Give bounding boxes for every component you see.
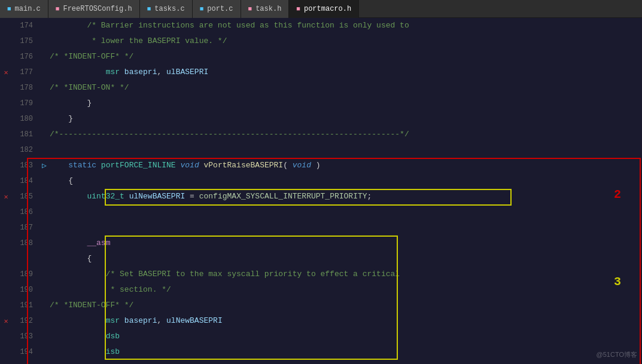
linecontent-189: /* Set BASEPRI to the max syscall priori…: [50, 267, 642, 282]
linenum-181: 181: [12, 130, 39, 139]
linecontent-178: /* *INDENT-ON* */: [50, 80, 642, 96]
linenum-184: 184: [12, 177, 39, 185]
linecontent-188a: __asm: [50, 235, 642, 251]
code-line-178: 178 /* *INDENT-ON* */: [0, 80, 642, 96]
code-line-191: 191 /* *INDENT-OFF* */: [0, 298, 642, 313]
linenum-175: 175: [12, 37, 39, 45]
linenum-185: 185: [12, 192, 39, 201]
code-line-188a: 188 __asm: [0, 235, 642, 251]
linenum-183: 183: [12, 161, 39, 170]
code-line-185: ✕ 185 uint32_t ulNewBASEPRI = configMAX_…: [0, 189, 642, 204]
linenum-187: 187: [12, 224, 39, 232]
linecontent-179: }: [50, 96, 642, 111]
linecontent-192: msr basepri, ulNewBASEPRI: [50, 313, 642, 329]
linecontent-175: * lower the BASEPRI value. */: [50, 33, 642, 49]
tab-icon-c3: ■: [200, 5, 204, 13]
linenum-180: 180: [12, 115, 39, 123]
tab-icon-h2: ■: [248, 5, 252, 13]
linecontent-177: msr basepri, ulBASEPRI: [50, 65, 642, 80]
linecontent-188b: {: [50, 251, 642, 267]
tab-icon-h: ■: [56, 5, 60, 13]
linecontent-190: * section. */: [50, 282, 642, 298]
code-line-176: 176 /* *INDENT-OFF* */: [0, 49, 642, 65]
linenum-182: 182: [12, 146, 39, 154]
code-line-181: 181 /*----------------------------------…: [0, 127, 642, 142]
code-line-177: ✕ 177 msr basepri, ulBASEPRI: [0, 65, 642, 80]
tab-bar: ■ main.c ■ FreeRTOSConfig.h ■ tasks.c ■ …: [0, 0, 642, 18]
linenum-189: 189: [12, 270, 39, 279]
code-line-192: ✕ 192 msr basepri, ulNewBASEPRI: [0, 313, 642, 329]
code-line-184: 184 {: [0, 173, 642, 189]
linenum-193: 193: [12, 332, 39, 341]
linecontent-174: /* Barrier instructions are not used as …: [50, 18, 642, 33]
tab-portmacro-h[interactable]: ■ portmacro.h: [289, 0, 359, 18]
linecontent-180: }: [50, 111, 642, 127]
linecontent-183: static portFORCE_INLINE void vPortRaiseB…: [50, 158, 642, 173]
tab-icon-h3: ■: [296, 5, 300, 13]
tab-tasks-c[interactable]: ■ tasks.c: [140, 0, 193, 18]
linecontent-176: /* *INDENT-OFF* */: [50, 49, 642, 65]
watermark: @51CTO博客: [597, 350, 637, 359]
linenum-178: 178: [12, 84, 39, 92]
tab-icon-c2: ■: [147, 5, 151, 13]
code-line-189: 189 /* Set BASEPRI to the max syscall pr…: [0, 267, 642, 282]
linenum-192: 192: [12, 317, 39, 325]
code-line-194: 194 isb: [0, 344, 642, 360]
linecontent-184: {: [50, 173, 642, 189]
tab-icon-c: ■: [7, 5, 11, 13]
code-line-183: 183 ▷ static portFORCE_INLINE void vPort…: [0, 158, 642, 173]
gutter-185: ✕: [0, 192, 12, 201]
code-line-188b: {: [0, 251, 642, 267]
code-line-179: 179 }: [0, 96, 642, 111]
tab-task-h[interactable]: ■ task.h: [241, 0, 290, 18]
gutter-177: ✕: [0, 68, 12, 77]
gutter-192: ✕: [0, 317, 12, 326]
linecontent-191: /* *INDENT-OFF* */: [50, 298, 642, 313]
linenum-174: 174: [12, 22, 39, 30]
linecontent-181: /*--------------------------------------…: [50, 127, 642, 142]
linenum-186: 186: [12, 208, 39, 216]
code-line-187: 187: [0, 220, 642, 235]
linenum-179: 179: [12, 99, 39, 108]
code-area: 2 3 174 /* Barrier instructions are not …: [0, 18, 642, 364]
tab-main-c[interactable]: ■ main.c: [0, 0, 48, 18]
linenum-191: 191: [12, 301, 39, 310]
linenum-188a: 188: [12, 239, 39, 247]
linenum-194: 194: [12, 348, 39, 356]
code-line-182: 182: [0, 142, 642, 158]
linenum-177: 177: [12, 68, 39, 77]
linenum-176: 176: [12, 53, 39, 61]
code-line-193: 193 dsb: [0, 329, 642, 344]
code-line-180: 180 }: [0, 111, 642, 127]
code-line-186: 186: [0, 204, 642, 220]
tab-freertoconfig-h[interactable]: ■ FreeRTOSConfig.h: [48, 0, 140, 18]
code-line-174: 174 /* Barrier instructions are not used…: [0, 18, 642, 33]
linenum-190: 190: [12, 286, 39, 294]
code-line-195: 195 /* *INDENT-ON* */: [0, 360, 642, 364]
code-line-175: 175 * lower the BASEPRI value. */: [0, 33, 642, 49]
linecontent-195: /* *INDENT-ON* */: [50, 360, 642, 364]
linecontent-194: isb: [50, 344, 642, 360]
tab-port-c[interactable]: ■ port.c: [193, 0, 241, 18]
linecontent-185: uint32_t ulNewBASEPRI = configMAX_SYSCAL…: [50, 189, 642, 204]
arrow-183: ▷: [39, 161, 50, 170]
code-line-190: 190 * section. */: [0, 282, 642, 298]
linecontent-193: dsb: [50, 329, 642, 344]
